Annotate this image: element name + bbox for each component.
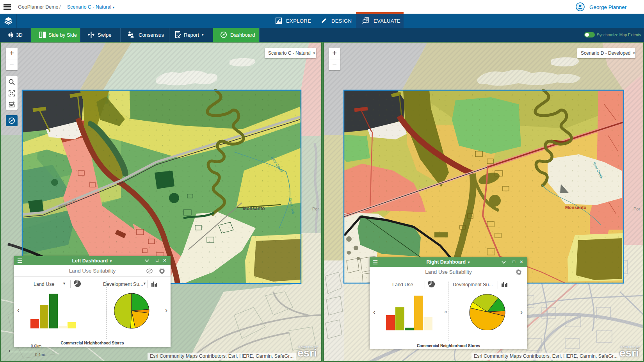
svg-text:Por: Por (633, 207, 640, 211)
svg-text:Monsanto: Monsanto (243, 206, 265, 211)
svg-text:Monsanto: Monsanto (565, 205, 586, 210)
svg-text:Por: Por (312, 207, 319, 211)
